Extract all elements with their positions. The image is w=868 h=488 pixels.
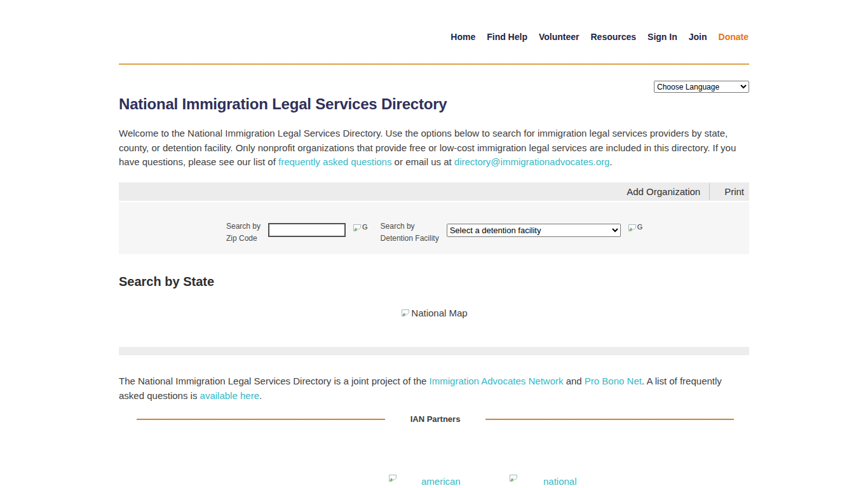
intro-text-2: or email us at <box>391 156 454 167</box>
broken-image-icon <box>508 473 519 484</box>
nav-volunteer[interactable]: Volunteer <box>539 32 580 42</box>
available-here-link[interactable]: available here <box>200 390 259 401</box>
language-select[interactable]: Choose Language <box>654 81 749 93</box>
national-map-container: National Map <box>119 308 749 320</box>
nav-find-help[interactable]: Find Help <box>487 32 527 42</box>
search-row: Search by Zip Code G Search by Detention… <box>226 219 642 245</box>
nav-sign-in[interactable]: Sign In <box>648 32 677 42</box>
print-link[interactable]: Print <box>724 186 744 197</box>
zip-label-line2: Zip Code <box>226 233 261 245</box>
zip-go-button[interactable]: G <box>352 223 368 233</box>
nav-join[interactable]: Join <box>689 32 707 42</box>
broken-image-icon <box>627 223 637 233</box>
search-by-state-heading: Search by State <box>119 274 214 289</box>
broken-image-icon <box>388 473 398 484</box>
nav-resources[interactable]: Resources <box>591 32 637 42</box>
footer-paragraph: The National Immigration Legal Services … <box>119 374 748 403</box>
zip-search-label: Search by Zip Code <box>226 219 261 245</box>
zip-label-line1: Search by <box>226 220 261 233</box>
partners-logo-row: american national <box>119 473 749 488</box>
footer-text-1: The National Immigration Legal Services … <box>119 376 430 386</box>
partner-logo-national[interactable]: national <box>508 473 577 487</box>
partner-national-alt-text[interactable]: national <box>543 476 577 487</box>
broken-image-icon <box>400 308 410 318</box>
ian-partners-header: IAN Partners <box>119 414 749 424</box>
section-divider <box>119 347 749 355</box>
detention-label-line2: Detention Facility <box>381 233 439 245</box>
detention-go-alt-text: G <box>637 223 643 231</box>
toolbar-separator <box>709 184 710 200</box>
intro-text-3: . <box>609 156 612 167</box>
partners-rule-right <box>485 419 734 420</box>
intro-paragraph: Welcome to the National Immigration Lega… <box>119 126 748 170</box>
broken-image-icon <box>352 223 362 233</box>
email-link[interactable]: directory@immigrationadvocates.org <box>454 156 610 167</box>
detention-facility-select[interactable]: Select a detention facility <box>447 224 621 237</box>
detention-label-line1: Search by <box>381 220 439 233</box>
add-organization-link[interactable]: Add Organization <box>627 186 700 197</box>
national-map-image[interactable]: National Map <box>400 308 467 318</box>
page: Home Find Help Volunteer Resources Sign … <box>0 0 868 488</box>
pro-bono-net-link[interactable]: Pro Bono Net <box>585 376 642 386</box>
header-divider <box>119 64 749 65</box>
top-nav: Home Find Help Volunteer Resources Sign … <box>451 32 749 42</box>
page-title: National Immigration Legal Services Dire… <box>119 95 447 113</box>
zip-go-alt-text: G <box>362 223 368 231</box>
nav-home[interactable]: Home <box>451 32 475 42</box>
partners-rule-left <box>137 419 385 420</box>
zip-code-input[interactable] <box>268 223 346 237</box>
partner-american-alt-text[interactable]: american <box>421 476 461 487</box>
national-map-alt-text: National Map <box>411 308 467 318</box>
search-panel: Search by Zip Code G Search by Detention… <box>119 202 749 254</box>
partner-logo-american[interactable]: american <box>388 473 461 487</box>
detention-search-label: Search by Detention Facility <box>381 219 439 245</box>
directory-toolbar: Add Organization Print <box>119 182 749 201</box>
detention-go-button[interactable]: G <box>627 223 643 233</box>
nav-donate[interactable]: Donate <box>719 32 749 42</box>
footer-text-4: . <box>259 390 262 401</box>
footer-text-2: and <box>563 376 584 386</box>
faq-link[interactable]: frequently asked questions <box>278 156 391 167</box>
ian-link[interactable]: Immigration Advocates Network <box>430 376 564 386</box>
ian-partners-label: IAN Partners <box>410 414 461 424</box>
